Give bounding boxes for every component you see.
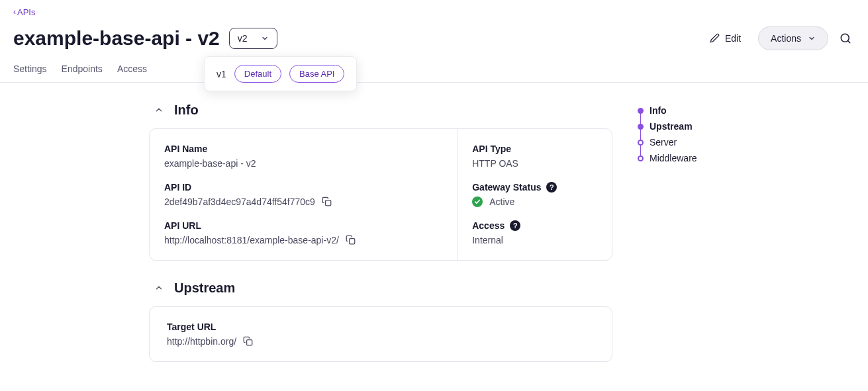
page-header: example-base-api - v2 v2 Edit Actions xyxy=(0,20,868,58)
svg-line-1 xyxy=(847,40,849,42)
tabs: Settings Endpoints Access xyxy=(0,58,868,83)
section-header-upstream: Upstream xyxy=(149,281,612,296)
help-icon[interactable]: ? xyxy=(510,220,520,231)
help-icon[interactable]: ? xyxy=(546,182,557,193)
header-actions: Edit Actions xyxy=(700,26,855,50)
collapse-toggle-upstream[interactable] xyxy=(154,283,164,292)
breadcrumb-label: APIs xyxy=(17,7,35,17)
api-name-label: API Name xyxy=(164,144,442,154)
version-selector[interactable]: v2 xyxy=(229,28,277,49)
tab-settings[interactable]: Settings xyxy=(13,58,47,82)
actions-label: Actions xyxy=(771,33,801,44)
collapse-toggle-info[interactable] xyxy=(154,105,164,114)
copy-icon[interactable] xyxy=(243,336,253,346)
chevron-left-icon: ‹ xyxy=(13,7,16,17)
copy-icon[interactable] xyxy=(322,196,332,206)
breadcrumb-link-apis[interactable]: ‹ APIs xyxy=(13,7,35,17)
edit-label: Edit xyxy=(725,33,741,44)
copy-icon[interactable] xyxy=(346,235,356,245)
target-url-label: Target URL xyxy=(167,322,595,332)
search-button[interactable] xyxy=(836,29,855,48)
api-id-label: API ID xyxy=(164,182,442,193)
tag-default: Default xyxy=(234,65,281,83)
tab-endpoints[interactable]: Endpoints xyxy=(62,58,103,82)
info-card: API Name example-base-api - v2 API ID 2d… xyxy=(149,128,612,261)
nav-item-middleware[interactable]: Middleware xyxy=(650,150,770,166)
page-title: example-base-api - v2 xyxy=(13,27,220,50)
api-url-value: http://localhost:8181/example-base-api-v… xyxy=(164,235,339,245)
chevron-down-icon xyxy=(808,34,816,42)
version-option-v1[interactable]: v1 xyxy=(217,69,226,79)
section-title-upstream: Upstream xyxy=(174,281,235,296)
svg-rect-2 xyxy=(325,200,330,206)
section-title-info: Info xyxy=(174,103,199,118)
api-type-label: API Type xyxy=(472,144,597,154)
tag-base-api: Base API xyxy=(289,65,344,83)
dot-icon xyxy=(638,140,644,146)
tab-access[interactable]: Access xyxy=(117,58,147,82)
api-url-label: API URL xyxy=(164,220,442,231)
status-active-icon xyxy=(472,196,483,207)
chevron-down-icon xyxy=(261,34,269,42)
pencil-icon xyxy=(710,33,720,43)
edit-button[interactable]: Edit xyxy=(700,28,750,49)
svg-rect-4 xyxy=(247,340,252,345)
gateway-status-label: Gateway Status ? xyxy=(472,182,597,193)
access-label: Access ? xyxy=(472,220,597,231)
target-url-value: http://httpbin.org/ xyxy=(167,336,236,347)
nav-item-info[interactable]: Info xyxy=(650,103,770,118)
gateway-status-value: Active xyxy=(489,196,514,207)
version-popover: v1 Default Base API xyxy=(204,56,357,91)
section-nav: Info Upstream Server Middleware xyxy=(638,103,770,166)
api-type-value: HTTP OAS xyxy=(472,158,597,169)
upstream-card: Target URL http://httpbin.org/ xyxy=(149,306,612,362)
api-id-value: 2def49b7af3d4ec97a4d74ff54f770c9 xyxy=(164,196,315,207)
svg-rect-3 xyxy=(349,239,354,244)
nav-item-server[interactable]: Server xyxy=(650,134,770,150)
actions-button[interactable]: Actions xyxy=(758,26,828,50)
api-name-value: example-base-api - v2 xyxy=(164,158,442,169)
dot-icon xyxy=(638,108,644,114)
search-icon xyxy=(840,32,851,44)
access-value: Internal xyxy=(472,235,597,245)
dot-icon xyxy=(638,124,644,130)
dot-icon xyxy=(638,155,644,161)
section-header-info: Info xyxy=(149,103,612,118)
nav-item-upstream[interactable]: Upstream xyxy=(650,118,770,134)
breadcrumb: ‹ APIs xyxy=(0,0,868,20)
version-selected-label: v2 xyxy=(238,33,248,44)
